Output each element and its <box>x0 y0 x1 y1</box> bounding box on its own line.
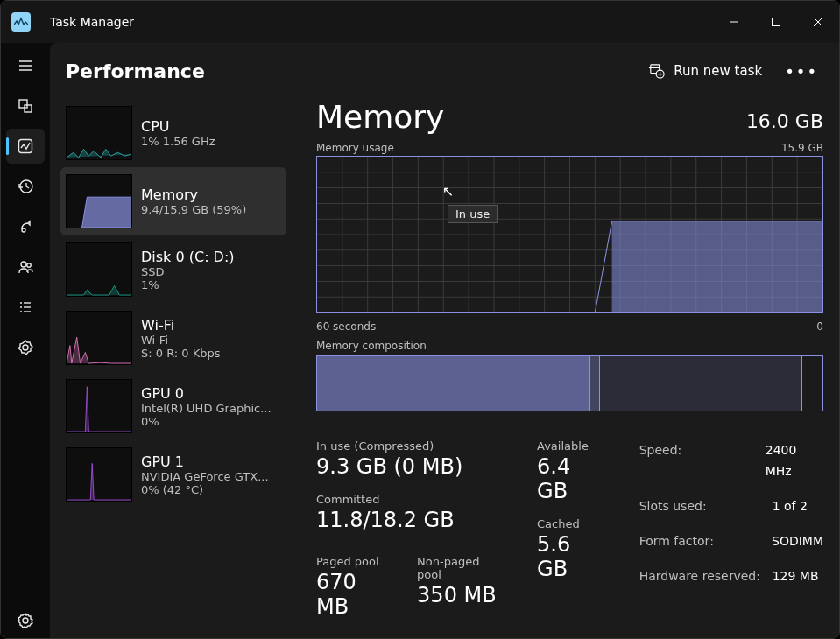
app-icon <box>11 12 31 32</box>
sidebar-item-gpu0[interactable]: GPU 0 Intel(R) UHD Graphic... 0% <box>60 372 286 440</box>
svg-marker-28 <box>82 197 131 228</box>
comp-free <box>802 356 822 411</box>
svg-rect-8 <box>25 105 32 112</box>
perf-sidebar: CPU 1% 1.56 GHz Memory 9.4/15.9 GB (59%) <box>60 99 286 638</box>
thumb-cpu <box>66 106 132 160</box>
nav-history[interactable] <box>6 169 45 204</box>
comp-inuse <box>317 356 590 411</box>
nav-services[interactable] <box>6 330 45 365</box>
memory-usage-chart[interactable]: ↖ In use <box>316 156 823 313</box>
sidebar-item-wifi[interactable]: Wi-Fi Wi-Fi S: 0 R: 0 Kbps <box>60 304 286 372</box>
page-heading: Performance <box>66 60 205 82</box>
run-new-task-button[interactable]: Run new task <box>649 63 762 79</box>
comp-standby <box>600 356 802 411</box>
sidebar-item-gpu1[interactable]: GPU 1 NVIDIA GeForce GTX... 0% (42 °C) <box>60 440 286 509</box>
stat-available: Available 6.4 GB <box>537 439 604 503</box>
svg-point-12 <box>21 262 26 267</box>
memory-composition-bar[interactable] <box>316 355 823 411</box>
sidebar-item-disk0[interactable]: Disk 0 (C: D:) SSD 1% <box>60 235 286 304</box>
stat-nonpaged: Non-paged pool 350 MB <box>417 555 502 619</box>
detail-panel: Memory 16.0 GB Memory usage 15.9 GB <box>286 99 839 638</box>
composition-label: Memory composition <box>316 340 823 352</box>
svg-rect-1 <box>773 18 780 26</box>
memory-total: 16.0 GB <box>746 110 823 132</box>
memory-specs: Speed:2400 MHz Slots used:1 of 2 Form fa… <box>639 439 823 619</box>
svg-point-13 <box>27 263 31 267</box>
detail-title: Memory <box>316 99 444 135</box>
x-left: 60 seconds <box>316 320 376 333</box>
stat-paged: Paged pool 670 MB <box>316 555 391 619</box>
nav-users[interactable] <box>6 249 45 284</box>
nav-performance[interactable] <box>6 129 45 164</box>
titlebar[interactable]: Task Manager <box>1 1 839 43</box>
window-title: Task Manager <box>50 15 134 29</box>
content-panel: Performance Run new task ••• <box>50 43 839 638</box>
x-right: 0 <box>816 320 823 333</box>
more-button[interactable]: ••• <box>780 62 823 81</box>
thumb-gpu0 <box>66 379 132 433</box>
thumb-disk <box>66 242 132 297</box>
task-manager-window: Task Manager <box>0 0 840 639</box>
stat-inuse: In use (Compressed) 9.3 GB (0 MB) <box>316 439 502 479</box>
topbar: Performance Run new task ••• <box>50 43 839 99</box>
nav-hamburger[interactable] <box>6 48 45 83</box>
comp-modified <box>590 356 601 411</box>
usage-chart-max: 15.9 GB <box>781 142 823 154</box>
stat-committed: Committed 11.8/18.2 GB <box>316 493 502 532</box>
window-controls <box>713 1 839 43</box>
stat-cached: Cached 5.6 GB <box>537 517 604 581</box>
thumb-memory <box>66 174 132 228</box>
minimize-button[interactable] <box>713 1 755 43</box>
nav-details[interactable] <box>6 290 45 325</box>
memory-stats: In use (Compressed) 9.3 GB (0 MB) Commit… <box>316 439 823 619</box>
maximize-button[interactable] <box>755 1 797 43</box>
run-new-task-label: Run new task <box>674 63 762 79</box>
nav-startup[interactable] <box>6 209 45 244</box>
svg-marker-57 <box>612 221 822 312</box>
svg-point-22 <box>23 618 28 623</box>
svg-point-21 <box>23 345 28 350</box>
sidebar-item-cpu[interactable]: CPU 1% 1.56 GHz <box>60 99 286 167</box>
thumb-gpu1 <box>66 447 132 502</box>
usage-chart-label: Memory usage <box>316 142 394 154</box>
close-button[interactable] <box>797 1 839 43</box>
svg-point-11 <box>22 228 25 232</box>
nav-rail <box>1 43 50 638</box>
svg-rect-7 <box>19 100 27 108</box>
sidebar-item-memory[interactable]: Memory 9.4/15.9 GB (59%) <box>60 167 286 235</box>
nav-processes[interactable] <box>6 88 45 123</box>
svg-marker-20 <box>18 341 32 355</box>
thumb-wifi <box>66 311 132 365</box>
nav-settings[interactable] <box>6 603 45 638</box>
